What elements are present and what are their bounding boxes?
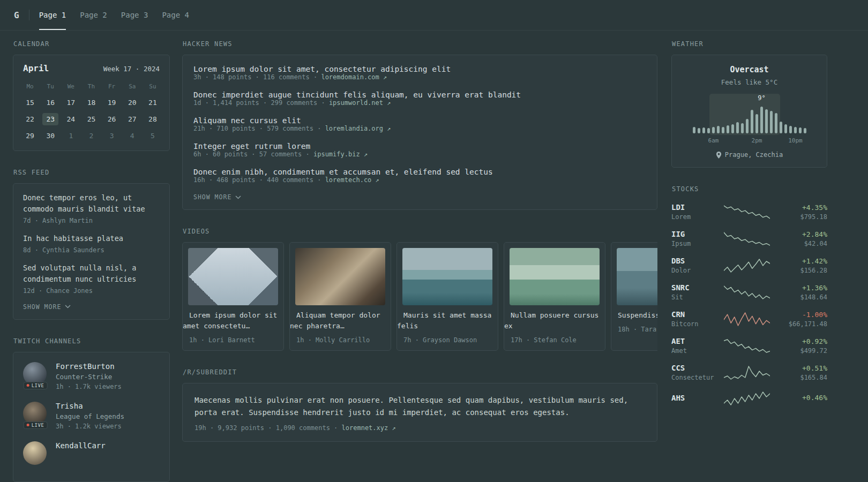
video-meta: 1h · Lori Barnett [183,332,283,350]
calendar-day: 28 [145,113,161,125]
calendar-day: 25 [83,113,99,125]
stock-ticker: SNRC [671,283,721,292]
video-thumbnail[interactable] [510,248,600,305]
calendar-month: April [23,63,49,73]
hn-story-meta: 21h · 710 points · 579 comments · loreml… [193,125,646,132]
weather-hourly-chart: 9° 6am 2pm 10pm [684,94,815,144]
weather-widget: WEATHER Overcast Feels like 5°C 9° 6am 2… [671,40,827,168]
twitch-channel-row[interactable]: KendallCarr [23,441,160,465]
video-card[interactable]: Mauris sit amet massa felis 7h · Grayson… [396,242,498,351]
videos-carousel[interactable]: Lorem ipsum dolor sit amet consectetu… 1… [182,242,657,351]
twitch-channel-row[interactable]: LIVE ForrestBurton Counter-Strike 1h · 1… [23,362,160,390]
reddit-domain-link[interactable]: loremnet.xyz ↗ [342,424,396,432]
hn-story-title[interactable]: Donec enim nibh, condimentum et accumsan… [193,168,493,176]
twitch-avatar-wrap: LIVE [23,362,48,386]
rss-item-title[interactable]: Sed volutpat nulla nisl, a condimentum n… [23,263,136,283]
hn-story-stats: 6h · 60 points · 57 comments · [193,150,313,158]
hn-story-title[interactable]: Integer eget rutrum lorem [193,142,310,150]
video-thumbnail[interactable] [617,248,657,305]
hn-story-domain-link[interactable]: ipsumify.biz ↗ [313,150,368,158]
topbar: G Page 1 Page 2 Page 3 Page 4 [0,0,868,31]
video-card[interactable]: Suspendisse diam 18h · Tara [611,242,657,351]
hackernews-card: Lorem ipsum dolor sit amet, consectetur … [182,55,657,210]
rss-show-more-button[interactable]: SHOW MORE [23,303,160,311]
hn-story-meta: 6h · 60 points · 57 comments · ipsumify.… [193,150,646,158]
stock-name: Bitcorn [671,320,721,328]
twitch-avatar-wrap: LIVE [23,402,48,425]
weather-bars [684,107,815,133]
stock-row[interactable]: IIG Ipsum +2.84% $42.04 [671,230,827,247]
weather-hour-bar [755,114,758,133]
stock-ticker: CCS [671,364,721,372]
video-card[interactable]: Aliquam tempor dolor nec pharetra… 1h · … [289,242,391,351]
video-card[interactable]: Lorem ipsum dolor sit amet consectetu… 1… [182,242,284,351]
twitch-channel-name[interactable]: ForrestBurton [56,362,115,371]
stock-row[interactable]: SNRC Sit +1.36% $148.64 [671,283,827,301]
calendar-day-selected: 23 [42,113,58,125]
video-title[interactable]: Lorem ipsum dolor sit amet consectetu… [183,311,277,330]
stock-row[interactable]: AET Amet +0.92% $499.72 [671,337,827,355]
videos-widget: VIDEOS Lorem ipsum dolor sit amet consec… [182,228,657,351]
video-thumbnail[interactable] [295,248,385,305]
calendar-grid: MoTuWeThFrSaSu15161718192021222324252627… [13,76,169,150]
hn-show-more-button[interactable]: SHOW MORE [193,193,646,201]
rss-card: Donec tempor eros leo, ut commodo mauris… [13,183,170,320]
stock-row[interactable]: CCS Consectetur +0.51% $165.84 [671,364,827,381]
avatar[interactable] [23,441,47,465]
video-card[interactable]: Nullam posuere cursus ex 17h · Stefan Co… [504,242,605,351]
stock-sparkline [724,365,770,381]
twitch-channel-row[interactable]: LIVE Trisha League of Legends 3h · 1.2k … [23,402,160,430]
stock-change: +4.35% [773,204,827,212]
video-title[interactable]: Aliquam tempor dolor nec pharetra… [290,311,380,330]
hn-story-domain-link[interactable]: loremdomain.com ↗ [321,73,387,81]
tab-page-4[interactable]: Page 4 [162,0,189,30]
hn-story-title[interactable]: Donec imperdiet augue tincidunt felis al… [193,91,521,99]
hn-story-domain-link[interactable]: loremlandia.org ↗ [325,125,391,132]
weather-card: Overcast Feels like 5°C 9° 6am 2pm 10pm … [671,55,827,168]
rss-item-title[interactable]: In hac habitasse platea [23,234,123,243]
stocks-section-title: STOCKS [672,185,827,193]
stock-name: Amet [671,347,721,355]
video-meta: 17h · Stefan Cole [504,332,605,350]
tab-page-3[interactable]: Page 3 [121,0,148,30]
hn-story: Donec enim nibh, condimentum et accumsan… [193,168,646,184]
weather-hour-bar [707,128,710,133]
reddit-post-text[interactable]: Maecenas mollis pulvinar erat non posuer… [194,396,628,417]
show-more-label: SHOW MORE [193,193,231,201]
twitch-channel-name[interactable]: KendallCarr [56,441,106,450]
hn-story-title[interactable]: Aliquam nec cursus elit [193,116,301,125]
calendar-day: 30 [42,130,58,142]
hn-story-title[interactable]: Lorem ipsum dolor sit amet, consectetur … [193,65,451,73]
weather-location-text: Prague, Czechia [725,151,783,159]
calendar-widget: CALENDAR April Week 17 · 2024 MoTuWeThFr… [13,40,170,151]
tab-page-1[interactable]: Page 1 [39,0,66,30]
stock-values: -1.00% $66,171.48 [773,311,827,328]
hn-story-domain-link[interactable]: ipsumworld.net ↗ [329,99,391,107]
rss-section-title: RSS FEED [13,169,170,176]
calendar-day: 24 [63,113,79,125]
twitch-widget: TWITCH CHANNELS LIVE ForrestBurton Count… [13,337,170,482]
tab-page-2[interactable]: Page 2 [80,0,107,30]
stock-row[interactable]: CRN Bitcorn -1.00% $66,171.48 [671,310,827,328]
weather-time-label: 10pm [788,137,803,144]
stock-change: -1.00% [773,311,827,319]
weather-hour-bar [765,109,768,133]
video-thumbnail[interactable] [188,248,278,305]
stock-row[interactable]: LDI Lorem +4.35% $795.18 [671,203,827,221]
video-title[interactable]: Suspendisse diam [611,311,657,319]
twitch-channel-name[interactable]: Trisha [56,402,83,410]
hn-story-stats: 3h · 148 points · 116 comments · [193,73,321,81]
video-title[interactable]: Nullam posuere cursus ex [504,311,598,330]
stock-ticker: CRN [671,310,721,319]
hn-story: Integer eget rutrum lorem 6h · 60 points… [193,142,646,158]
hn-story-domain-link[interactable]: loremtech.co ↗ [325,176,379,184]
weather-hour-bar [751,110,753,133]
stock-row[interactable]: AHS +0.46% [671,390,827,406]
app-logo[interactable]: G [14,0,19,30]
calendar-day-header: Sa [129,81,136,92]
stock-row[interactable]: DBS Dolor +1.42% $156.28 [671,257,827,274]
page-tabs: Page 1 Page 2 Page 3 Page 4 [39,0,203,30]
rss-item-title[interactable]: Donec tempor eros leo, ut commodo mauris… [23,193,145,213]
video-title[interactable]: Mauris sit amet massa felis [397,311,491,330]
video-thumbnail[interactable] [402,248,492,305]
